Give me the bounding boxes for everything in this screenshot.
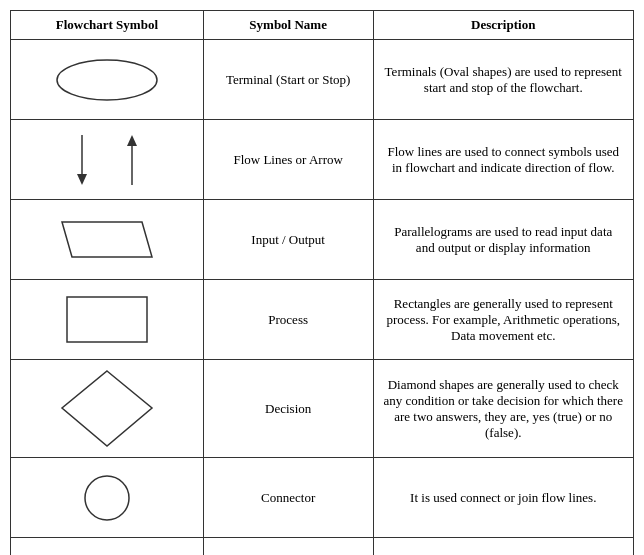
symbol-name-cell: Input / Output xyxy=(203,200,373,280)
description-cell: It is used to provide additional informa… xyxy=(373,538,634,556)
description-cell: Parallelograms are used to read input da… xyxy=(373,200,634,280)
table-row: AnnotationIt is used to provide addition… xyxy=(11,538,634,556)
header-symbol: Flowchart Symbol xyxy=(11,11,204,40)
symbol-name-cell: Connector xyxy=(203,458,373,538)
symbol-cell xyxy=(11,200,204,280)
table-row: Terminal (Start or Stop)Terminals (Oval … xyxy=(11,40,634,120)
symbol-name-cell: Process xyxy=(203,280,373,360)
svg-marker-2 xyxy=(77,174,87,185)
symbol-cell xyxy=(11,360,204,458)
svg-point-8 xyxy=(85,476,129,520)
description-cell: Rectangles are generally used to represe… xyxy=(373,280,634,360)
table-row: Flow Lines or ArrowFlow lines are used t… xyxy=(11,120,634,200)
flowchart-table: Flowchart Symbol Symbol Name Description… xyxy=(10,10,634,555)
symbol-cell xyxy=(11,280,204,360)
symbol-cell xyxy=(11,120,204,200)
description-cell: Flow lines are used to connect symbols u… xyxy=(373,120,634,200)
symbol-name-cell: Flow Lines or Arrow xyxy=(203,120,373,200)
symbol-cell xyxy=(11,458,204,538)
table-row: ProcessRectangles are generally used to … xyxy=(11,280,634,360)
svg-marker-5 xyxy=(62,222,152,257)
symbol-cell xyxy=(11,538,204,556)
description-cell: Terminals (Oval shapes) are used to repr… xyxy=(373,40,634,120)
description-cell: It is used connect or join flow lines. xyxy=(373,458,634,538)
symbol-name-cell: Annotation xyxy=(203,538,373,556)
header-name: Symbol Name xyxy=(203,11,373,40)
table-row: DecisionDiamond shapes are generally use… xyxy=(11,360,634,458)
symbol-name-cell: Decision xyxy=(203,360,373,458)
table-row: Input / OutputParallelograms are used to… xyxy=(11,200,634,280)
description-cell: Diamond shapes are generally used to che… xyxy=(373,360,634,458)
svg-marker-4 xyxy=(127,135,137,146)
svg-rect-6 xyxy=(67,297,147,342)
symbol-cell xyxy=(11,40,204,120)
table-row: ConnectorIt is used connect or join flow… xyxy=(11,458,634,538)
svg-point-0 xyxy=(57,60,157,100)
svg-marker-7 xyxy=(62,371,152,446)
header-description: Description xyxy=(373,11,634,40)
symbol-name-cell: Terminal (Start or Stop) xyxy=(203,40,373,120)
